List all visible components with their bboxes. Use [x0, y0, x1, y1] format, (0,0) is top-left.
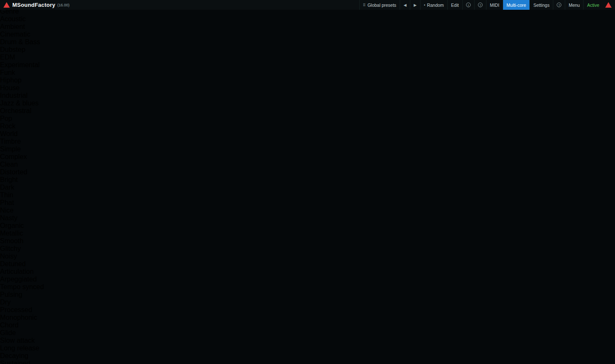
help-icon: ? — [478, 3, 483, 7]
arrow-left-icon: ◀ — [403, 3, 406, 7]
filter-item[interactable]: Rock — [0, 122, 615, 130]
filter-item[interactable]: Decaying — [0, 352, 615, 360]
filter-item[interactable]: Ambient — [0, 23, 615, 31]
melda-logo-right-icon[interactable] — [605, 2, 612, 8]
filter-item[interactable]: Slow attack — [0, 337, 615, 344]
filter-item[interactable]: Pop — [0, 115, 615, 122]
dot-icon: • — [424, 3, 425, 7]
filter-item[interactable]: Arpeggiated — [0, 276, 615, 283]
filter-item[interactable]: Acoustic — [0, 15, 615, 23]
sidebar: Download & Install instruments GenreAcou… — [0, 0, 615, 364]
filter-item[interactable]: EDM — [0, 54, 615, 61]
filter-column-genre: GenreAcousticAmbientCinematicDrum & Bass… — [0, 8, 615, 138]
filter-item[interactable]: Jazz & blues — [0, 100, 615, 107]
topbar-arrow-right-icon[interactable]: ▶ — [410, 0, 420, 10]
filter-item[interactable]: Glide — [0, 329, 615, 337]
app-version: (16.00) — [57, 3, 70, 7]
filter-item[interactable]: Dark — [0, 184, 615, 191]
filter-item[interactable]: Funk — [0, 69, 615, 77]
filter-item[interactable]: Cinematic — [0, 31, 615, 38]
filter-item[interactable]: Drum & Bass — [0, 38, 615, 46]
topbar-info-icon[interactable]: i — [462, 0, 474, 10]
filter-column-header: Timbre — [0, 138, 615, 145]
topbar-item-edit[interactable]: Edit — [447, 0, 462, 10]
topbar-item-random[interactable]: •Random — [420, 0, 447, 10]
filter-item[interactable]: Long release — [0, 344, 615, 352]
filter-item[interactable]: Bright — [0, 176, 615, 184]
filter-item[interactable]: Complex — [0, 153, 615, 161]
topbar-help-icon[interactable]: ? — [474, 0, 486, 10]
filter-item[interactable]: Thin — [0, 191, 615, 199]
filter-item[interactable]: Simple — [0, 145, 615, 153]
filter-item[interactable]: Smooth — [0, 237, 615, 245]
app-title: MSoundFactory — [12, 2, 55, 8]
topbar-right: ⠿Global presets◀▶•RandomEditi?MIDIMulti-… — [359, 0, 603, 10]
filter-item[interactable]: Monophonic — [0, 314, 615, 321]
filter-item[interactable]: Nice — [0, 207, 615, 214]
melda-logo-icon[interactable] — [3, 2, 10, 8]
topbar-item-midi[interactable]: MIDI — [486, 0, 503, 10]
filter-item[interactable]: Experimental — [0, 61, 615, 69]
filter-item[interactable]: Organic — [0, 222, 615, 230]
app-window: MSoundFactory (16.00) ⠿Global presets◀▶•… — [0, 0, 615, 364]
arrow-right-icon: ▶ — [414, 3, 417, 7]
topbar-item-settings[interactable]: Settings — [529, 0, 553, 10]
filter-column-articulation: ArticulationArpeggiatedTempo syncedPulsi… — [0, 268, 615, 364]
filter-column-timbre: TimbreSimpleComplexCleanDistortedBrightD… — [0, 138, 615, 268]
filter-item[interactable]: Distorted — [0, 168, 615, 176]
filter-item[interactable]: Sustained — [0, 360, 615, 364]
filter-item[interactable]: Chord — [0, 321, 615, 329]
filter-item[interactable]: Hiphop — [0, 77, 615, 84]
filter-item[interactable]: Clean — [0, 161, 615, 168]
topbar: MSoundFactory (16.00) ⠿Global presets◀▶•… — [0, 0, 615, 10]
filter-item[interactable]: Glitchy — [0, 245, 615, 253]
filter-item[interactable]: Tempo synced — [0, 283, 615, 291]
filter-item[interactable]: Phat — [0, 199, 615, 207]
filter-item[interactable]: Orchestral — [0, 107, 615, 115]
topbar-help-icon[interactable]: ? — [553, 0, 565, 10]
filter-column-header: Articulation — [0, 268, 615, 276]
topbar-item-active[interactable]: Active — [583, 0, 603, 10]
filter-item[interactable]: Nasty — [0, 214, 615, 222]
filter-item[interactable]: Pulsing — [0, 291, 615, 299]
info-icon: i — [466, 3, 471, 7]
filter-item[interactable]: Noisy — [0, 253, 615, 260]
filter-item[interactable]: Processed — [0, 306, 615, 314]
filter-item[interactable]: Dubstep — [0, 46, 615, 54]
filter-item[interactable]: Industrial — [0, 92, 615, 100]
filter-item[interactable]: House — [0, 84, 615, 92]
filter-item[interactable]: Detuned — [0, 260, 615, 268]
grid-icon: ⠿ — [363, 3, 366, 7]
topbar-item-multi-core[interactable]: Multi-core — [503, 0, 529, 10]
topbar-arrow-left-icon[interactable]: ◀ — [400, 0, 410, 10]
filter-table: GenreAcousticAmbientCinematicDrum & Bass… — [0, 8, 615, 364]
filter-item[interactable]: World — [0, 130, 615, 138]
help-icon: ? — [557, 3, 561, 7]
topbar-item-global-presets[interactable]: ⠿Global presets — [359, 0, 400, 10]
filter-item[interactable]: Dry — [0, 299, 615, 306]
topbar-item-menu[interactable]: Menu — [565, 0, 583, 10]
filter-item[interactable]: Metallic — [0, 230, 615, 237]
